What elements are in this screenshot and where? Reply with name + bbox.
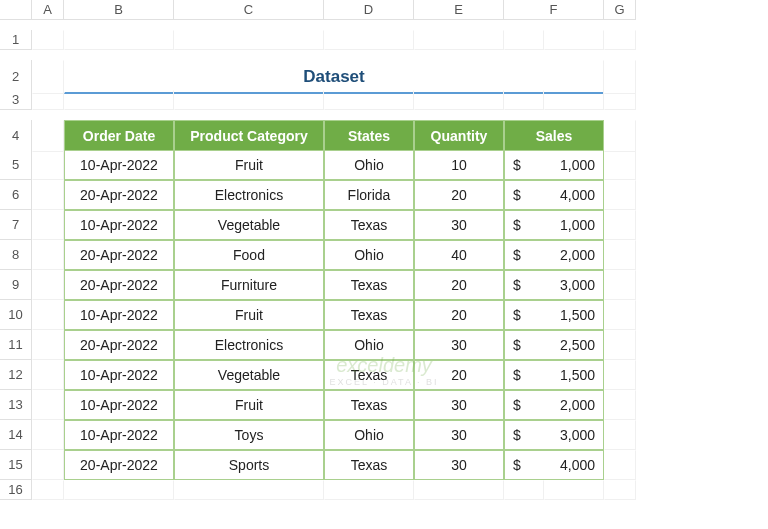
cell-sales-15[interactable]: $4,000 — [504, 450, 604, 480]
col-header-A[interactable]: A — [32, 0, 64, 20]
cell-G5[interactable] — [604, 150, 636, 180]
header-sales[interactable]: Sales — [504, 120, 604, 152]
col-header-G[interactable]: G — [604, 0, 636, 20]
row-header-7[interactable]: 7 — [0, 210, 32, 240]
cell-product_category-15[interactable]: Sports — [174, 450, 324, 480]
cell-order_date-8[interactable]: 20-Apr-2022 — [64, 240, 174, 270]
cell-r3-6[interactable] — [544, 90, 604, 110]
cell-states-13[interactable]: Texas — [324, 390, 414, 420]
cell-G11[interactable] — [604, 330, 636, 360]
cell-A1-blank5[interactable] — [504, 30, 544, 50]
cell-A2[interactable] — [32, 60, 64, 94]
cell-order_date-10[interactable]: 10-Apr-2022 — [64, 300, 174, 330]
cell-product_category-7[interactable]: Vegetable — [174, 210, 324, 240]
cell-product_category-5[interactable]: Fruit — [174, 150, 324, 180]
cell-quantity-6[interactable]: 20 — [414, 180, 504, 210]
cell-G9[interactable] — [604, 270, 636, 300]
cell-states-8[interactable]: Ohio — [324, 240, 414, 270]
cell-A6[interactable] — [32, 180, 64, 210]
cell-sales-6[interactable]: $4,000 — [504, 180, 604, 210]
cell-quantity-12[interactable]: 20 — [414, 360, 504, 390]
cell-order_date-5[interactable]: 10-Apr-2022 — [64, 150, 174, 180]
cell-A11[interactable] — [32, 330, 64, 360]
cell-order_date-13[interactable]: 10-Apr-2022 — [64, 390, 174, 420]
cell-order_date-12[interactable]: 10-Apr-2022 — [64, 360, 174, 390]
cell-quantity-8[interactable]: 40 — [414, 240, 504, 270]
row-header-10[interactable]: 10 — [0, 300, 32, 330]
cell-sales-10[interactable]: $1,500 — [504, 300, 604, 330]
cell-A1-blank3[interactable] — [324, 30, 414, 50]
cell-states-15[interactable]: Texas — [324, 450, 414, 480]
cell-r3-7[interactable] — [604, 90, 636, 110]
cell-states-5[interactable]: Ohio — [324, 150, 414, 180]
cell-order_date-6[interactable]: 20-Apr-2022 — [64, 180, 174, 210]
cell-G15[interactable] — [604, 450, 636, 480]
cell-G14[interactable] — [604, 420, 636, 450]
cell-states-14[interactable]: Ohio — [324, 420, 414, 450]
cell-A5[interactable] — [32, 150, 64, 180]
cell-order_date-14[interactable]: 10-Apr-2022 — [64, 420, 174, 450]
cell-quantity-10[interactable]: 20 — [414, 300, 504, 330]
cell-A15[interactable] — [32, 450, 64, 480]
row-header-6[interactable]: 6 — [0, 180, 32, 210]
cell-G10[interactable] — [604, 300, 636, 330]
row-header-13[interactable]: 13 — [0, 390, 32, 420]
cell-sales-13[interactable]: $2,000 — [504, 390, 604, 420]
row-header-4[interactable]: 4 — [0, 120, 32, 152]
cell-A10[interactable] — [32, 300, 64, 330]
cell-quantity-9[interactable]: 20 — [414, 270, 504, 300]
col-header-B[interactable]: B — [64, 0, 174, 20]
row-header-15[interactable]: 15 — [0, 450, 32, 480]
header-quantity[interactable]: Quantity — [414, 120, 504, 152]
cell-quantity-11[interactable]: 30 — [414, 330, 504, 360]
cell-r16-7[interactable] — [604, 480, 636, 500]
cell-G7[interactable] — [604, 210, 636, 240]
cell-sales-5[interactable]: $1,000 — [504, 150, 604, 180]
cell-r3-0[interactable] — [32, 90, 64, 110]
row-header-5[interactable]: 5 — [0, 150, 32, 180]
cell-states-9[interactable]: Texas — [324, 270, 414, 300]
cell-sales-8[interactable]: $2,000 — [504, 240, 604, 270]
cell-product_category-13[interactable]: Fruit — [174, 390, 324, 420]
cell-sales-7[interactable]: $1,000 — [504, 210, 604, 240]
cell-A1-blank0[interactable] — [32, 30, 64, 50]
cell-product_category-6[interactable]: Electronics — [174, 180, 324, 210]
cell-sales-12[interactable]: $1,500 — [504, 360, 604, 390]
cell-quantity-13[interactable]: 30 — [414, 390, 504, 420]
cell-A8[interactable] — [32, 240, 64, 270]
cell-quantity-5[interactable]: 10 — [414, 150, 504, 180]
cell-r16-2[interactable] — [174, 480, 324, 500]
cell-sales-14[interactable]: $3,000 — [504, 420, 604, 450]
cell-r16-5[interactable] — [504, 480, 544, 500]
cell-product_category-9[interactable]: Furniture — [174, 270, 324, 300]
cell-A1-blank6[interactable] — [544, 30, 604, 50]
cell-r16-0[interactable] — [32, 480, 64, 500]
cell-states-10[interactable]: Texas — [324, 300, 414, 330]
cell-A1-blank4[interactable] — [414, 30, 504, 50]
cell-A14[interactable] — [32, 420, 64, 450]
cell-quantity-7[interactable]: 30 — [414, 210, 504, 240]
cell-A12[interactable] — [32, 360, 64, 390]
cell-G6[interactable] — [604, 180, 636, 210]
cell-states-7[interactable]: Texas — [324, 210, 414, 240]
cell-G8[interactable] — [604, 240, 636, 270]
cell-product_category-14[interactable]: Toys — [174, 420, 324, 450]
cell-A7[interactable] — [32, 210, 64, 240]
col-header-E[interactable]: E — [414, 0, 504, 20]
row-header-14[interactable]: 14 — [0, 420, 32, 450]
col-header-C[interactable]: C — [174, 0, 324, 20]
row-header-8[interactable]: 8 — [0, 240, 32, 270]
cell-sales-11[interactable]: $2,500 — [504, 330, 604, 360]
col-header-F[interactable]: F — [504, 0, 604, 20]
col-header-D[interactable]: D — [324, 0, 414, 20]
cell-A1-blank2[interactable] — [174, 30, 324, 50]
cell-product_category-12[interactable]: Vegetable — [174, 360, 324, 390]
row-header-11[interactable]: 11 — [0, 330, 32, 360]
cell-r3-1[interactable] — [64, 90, 174, 110]
cell-G4[interactable] — [604, 120, 636, 152]
cell-product_category-11[interactable]: Electronics — [174, 330, 324, 360]
cell-r16-3[interactable] — [324, 480, 414, 500]
row-header-3[interactable]: 3 — [0, 90, 32, 110]
cell-product_category-8[interactable]: Food — [174, 240, 324, 270]
cell-r3-3[interactable] — [324, 90, 414, 110]
